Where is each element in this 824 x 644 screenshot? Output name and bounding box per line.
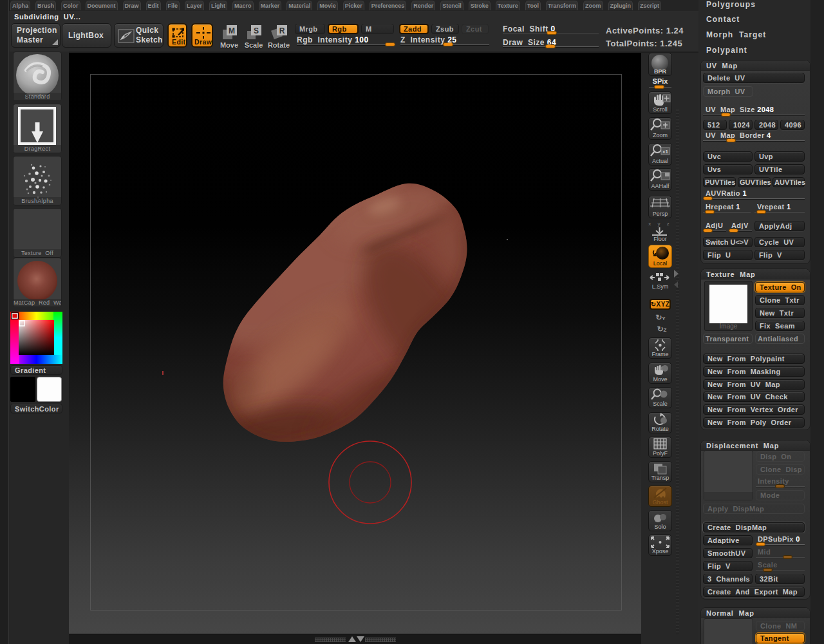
svg-text:S: S xyxy=(254,26,259,35)
svg-text:M: M xyxy=(229,26,235,35)
svg-text:x1: x1 xyxy=(662,149,668,155)
svg-text:R: R xyxy=(279,26,285,35)
